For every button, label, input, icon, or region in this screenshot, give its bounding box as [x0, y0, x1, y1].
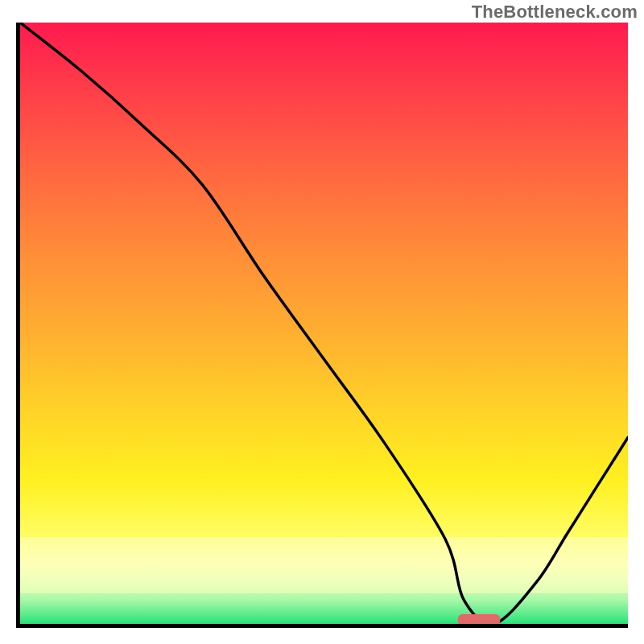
- watermark-text: TheBottleneck.com: [472, 2, 638, 23]
- bottleneck-curve: [20, 23, 628, 624]
- optimal-marker: [458, 614, 501, 624]
- plot-area: [16, 23, 628, 628]
- chart-svg: [20, 23, 628, 624]
- chart-container: TheBottleneck.com: [0, 0, 644, 644]
